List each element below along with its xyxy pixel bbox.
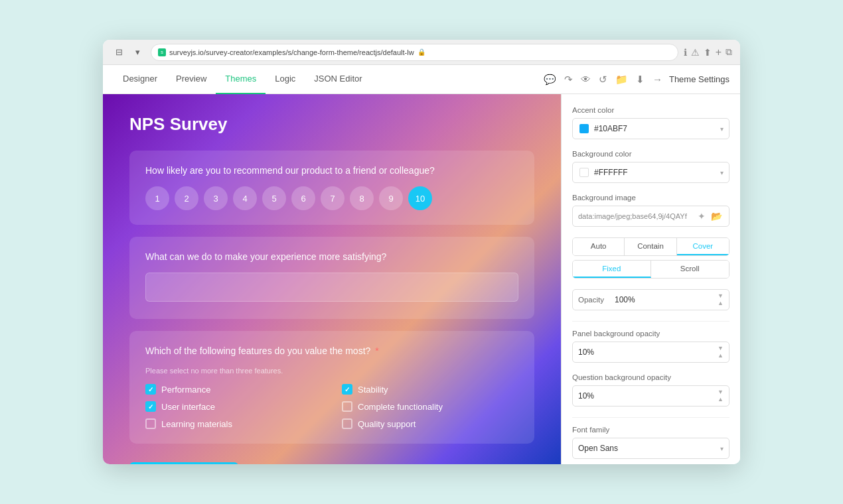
rating-2[interactable]: 2: [175, 186, 198, 210]
question-3-hint: Please select no more than three feature…: [145, 367, 518, 375]
fit-auto-button[interactable]: Auto: [573, 238, 625, 255]
question-opacity-up-arrow[interactable]: ▲: [718, 397, 724, 403]
checkbox-stability-box[interactable]: ✓: [342, 384, 352, 395]
main-area: NPS Survey How likely are you to recomme…: [103, 94, 740, 464]
checkbox-learning-materials[interactable]: Learning materials: [145, 418, 322, 429]
checkbox-ui-box[interactable]: ✓: [145, 401, 156, 412]
sidebar-toggle[interactable]: ⊟: [111, 44, 127, 60]
checkbox-performance[interactable]: ✓ Performance: [145, 384, 322, 395]
fit-contain-button[interactable]: Contain: [625, 238, 676, 255]
accent-color-swatch: [578, 123, 590, 135]
tab-designer[interactable]: Designer: [114, 65, 167, 94]
arrow-right-icon[interactable]: →: [652, 74, 662, 85]
complete-button[interactable]: Complete: [129, 462, 238, 464]
panel-opacity-input[interactable]: 10% ▼ ▲: [572, 342, 729, 363]
folder-icon[interactable]: 📁: [615, 74, 628, 86]
opacity-label: Opacity: [578, 296, 615, 304]
share-icon[interactable]: ⬆: [704, 47, 712, 58]
checkbox-lm-label: Learning materials: [161, 419, 232, 429]
opacity-input[interactable]: Opacity 100% ▼ ▲: [572, 289, 729, 310]
rating-5[interactable]: 5: [262, 186, 286, 210]
rating-3[interactable]: 3: [204, 186, 228, 210]
checkbox-user-interface[interactable]: ✓ User interface: [145, 401, 322, 412]
rating-6[interactable]: 6: [291, 186, 315, 210]
lock-icon: 🔒: [418, 48, 425, 56]
question-opacity-section: Question background opacity 10% ▼ ▲: [572, 373, 729, 407]
background-image-section: Background image data:image/jpeg;base64,…: [572, 194, 729, 227]
panel-opacity-arrows: ▼ ▲: [718, 346, 724, 359]
tab-json-editor[interactable]: JSON Editor: [305, 65, 371, 94]
question-card-1: How likely are you to recommend our prod…: [129, 151, 534, 225]
checkbox-complete-functionality[interactable]: Complete functionality: [342, 401, 518, 412]
rating-8[interactable]: 8: [350, 186, 374, 210]
rating-1[interactable]: 1: [145, 186, 169, 210]
position-fixed-button[interactable]: Fixed: [573, 261, 651, 278]
accent-color-picker[interactable]: #10ABF7 ▾: [572, 118, 729, 139]
rating-7[interactable]: 7: [321, 186, 345, 210]
question-opacity-arrows: ▼ ▲: [718, 389, 724, 403]
download-icon[interactable]: ⬇: [636, 74, 645, 86]
toolbar-actions: 💬 ↷ 👁 ↺ 📁 ⬇ →: [537, 74, 669, 86]
background-color-section: Background color #FFFFFF ▾: [572, 150, 729, 183]
checkbox-cf-label: Complete functionality: [358, 402, 443, 412]
tab-preview[interactable]: Preview: [167, 65, 216, 94]
info-circle-icon[interactable]: ℹ: [684, 47, 687, 58]
background-color-dropdown-arrow: ▾: [720, 169, 724, 176]
check-mark: ✓: [148, 386, 153, 393]
panel-opacity-value: 10%: [578, 347, 718, 357]
question-1-text: How likely are you to recommend our prod…: [145, 165, 518, 176]
url-text: surveyjs.io/survey-creator/examples/s/ch…: [169, 48, 414, 56]
favicon: s: [158, 48, 166, 56]
checkbox-quality-support[interactable]: Quality support: [342, 418, 518, 429]
add-tab-icon[interactable]: +: [716, 46, 722, 58]
address-bar[interactable]: s surveyjs.io/survey-creator/examples/s/…: [151, 44, 678, 61]
checkboxes-grid: ✓ Performance ✓ Stability ✓: [145, 384, 518, 429]
checkbox-qs-box[interactable]: [342, 418, 352, 429]
browser-controls: ⊟ ▾: [111, 44, 145, 60]
question-2-text: What can we do to make your experience m…: [145, 251, 518, 262]
clear-image-icon[interactable]: ✦: [696, 210, 707, 223]
undo-icon[interactable]: ↺: [599, 74, 607, 86]
checkbox-lm-box[interactable]: [145, 418, 156, 429]
background-image-input[interactable]: data:image/jpeg;base64,9j/4QAYf ✦ 📂: [572, 206, 729, 227]
position-scroll-button[interactable]: Scroll: [651, 261, 729, 278]
alert-icon[interactable]: ⚠: [691, 47, 700, 58]
text-answer-input[interactable]: [145, 273, 518, 302]
background-color-value: #FFFFFF: [594, 168, 716, 177]
fit-button-group: Auto Contain Cover: [572, 237, 729, 256]
accent-color-value: #10ABF7: [594, 124, 716, 133]
tab-themes[interactable]: Themes: [216, 65, 266, 94]
checkbox-performance-box[interactable]: ✓: [145, 384, 156, 395]
toolbar-tabs: Designer Preview Themes Logic JSON Edito…: [114, 65, 537, 94]
position-button-group: Fixed Scroll: [572, 260, 729, 279]
separator-1: [572, 321, 729, 322]
checkbox-ui-label: User interface: [161, 402, 215, 412]
copy-icon[interactable]: ⧉: [726, 46, 732, 58]
background-color-preview: [579, 168, 589, 177]
checkbox-cf-box[interactable]: [342, 401, 352, 412]
theme-settings-button[interactable]: Theme Settings: [669, 74, 729, 84]
panel-opacity-up-arrow[interactable]: ▲: [718, 353, 724, 359]
toolbar: Designer Preview Themes Logic JSON Edito…: [103, 65, 740, 94]
checkbox-stability[interactable]: ✓ Stability: [342, 384, 518, 395]
opacity-down-arrow[interactable]: ▼: [718, 293, 724, 299]
question-opacity-down-arrow[interactable]: ▼: [718, 389, 724, 395]
fit-cover-button[interactable]: Cover: [677, 238, 729, 255]
hide-icon[interactable]: 👁: [581, 74, 591, 85]
opacity-up-arrow[interactable]: ▲: [718, 300, 724, 306]
rating-4[interactable]: 4: [233, 186, 257, 210]
redo-icon[interactable]: ↷: [564, 74, 573, 86]
panel-opacity-down-arrow[interactable]: ▼: [718, 346, 724, 351]
rating-9[interactable]: 9: [379, 186, 403, 210]
tab-logic[interactable]: Logic: [266, 65, 305, 94]
fit-section: Auto Contain Cover Fixed Scroll: [572, 237, 729, 279]
question-opacity-input[interactable]: 10% ▼ ▲: [572, 385, 729, 407]
tab-expand[interactable]: ▾: [129, 44, 145, 60]
comment-icon[interactable]: 💬: [544, 74, 556, 86]
upload-image-icon[interactable]: 📂: [710, 210, 724, 223]
browser-bar: ⊟ ▾ s surveyjs.io/survey-creator/example…: [103, 40, 740, 65]
background-color-picker[interactable]: #FFFFFF ▾: [572, 162, 729, 183]
rating-10[interactable]: 10: [408, 186, 432, 210]
font-family-dropdown[interactable]: Open Sans ▾: [572, 438, 729, 459]
opacity-value: 100%: [615, 295, 718, 304]
